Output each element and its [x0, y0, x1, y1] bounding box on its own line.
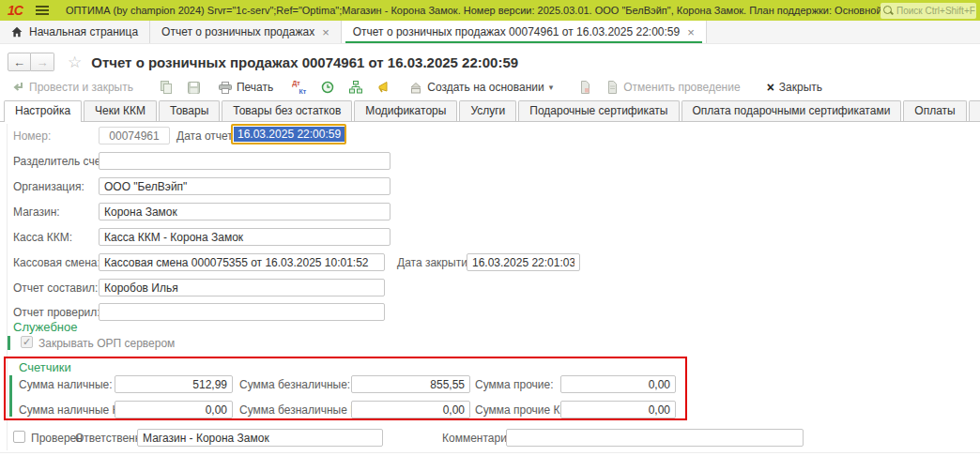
- organization-label: Организация:: [13, 180, 84, 193]
- form-body: Номер: Дата отчета: 16.03.2025 22:00:59 …: [0, 122, 980, 432]
- create-based-label: Создать на основании: [427, 81, 544, 94]
- chevron-down-icon: ▾: [549, 83, 554, 92]
- tab-marking-codes[interactable]: Коды маркировки: [969, 100, 980, 121]
- horn-icon: [377, 81, 390, 94]
- tab-label: Отчет о розничных продажах: [161, 25, 314, 38]
- tab-label: Отчет о розничных продажах 00074961 от 1…: [353, 25, 680, 38]
- other-sum-label: Сумма прочие:: [475, 378, 554, 391]
- report-checker-label: Отчет проверил:: [13, 306, 100, 319]
- save-button[interactable]: [188, 82, 200, 94]
- global-search[interactable]: [880, 3, 976, 19]
- cancel-posting-icon: [606, 81, 619, 94]
- kkm-cash-register-field[interactable]: [99, 228, 390, 246]
- close-x-icon: ×: [767, 80, 774, 95]
- number-field[interactable]: [99, 127, 170, 144]
- copy-icon: [160, 81, 173, 94]
- close-button[interactable]: × Закрыть: [767, 80, 822, 95]
- close-orp-label: Закрывать ОРП сервером: [38, 337, 175, 350]
- topbar: 1С ОПТИМА (by champion 2024) Srvr="1c-se…: [0, 0, 980, 21]
- tab-home[interactable]: Начальная страница: [0, 21, 150, 43]
- kt-icon: Кт: [299, 88, 307, 95]
- tab-goods-no-stock[interactable]: Товары без остатков: [222, 100, 352, 121]
- application-window: 1С ОПТИМА (by champion 2024) Srvr="1c-se…: [0, 0, 980, 456]
- print-button[interactable]: Печать: [219, 81, 273, 94]
- copy-button[interactable]: [160, 81, 173, 94]
- printer-icon: [219, 82, 232, 94]
- nav-row: ← → ☆ Отчет о розничных продажах 0007496…: [0, 44, 980, 75]
- counters-section-title: Счетчики: [19, 360, 71, 374]
- closing-date-label: Дата закрытия:: [397, 256, 477, 269]
- notify-button[interactable]: [377, 81, 390, 94]
- report-checker-field[interactable]: [99, 303, 385, 321]
- favorite-star-icon[interactable]: ☆: [68, 53, 82, 72]
- tab-gift-certificates[interactable]: Подарочные сертификаты: [518, 100, 679, 121]
- forward-button[interactable]: →: [31, 53, 54, 71]
- form-tab-strip: Настройка Чеки ККМ Товары Товары без ост…: [0, 99, 980, 122]
- debit-credit-button[interactable]: Дт Кт: [292, 81, 306, 94]
- comment-field[interactable]: [506, 429, 804, 447]
- document-icon: [579, 81, 591, 94]
- create-based-icon: [409, 82, 422, 94]
- close-tab-icon[interactable]: ×: [687, 26, 695, 38]
- other-kkt-sum-field[interactable]: [560, 401, 676, 418]
- search-icon: [883, 6, 894, 16]
- cash-kkt-sum-field[interactable]: [115, 401, 233, 418]
- dt-icon: Дт: [292, 80, 299, 86]
- other-sum-field[interactable]: [560, 375, 676, 393]
- tab-payments[interactable]: Оплаты: [903, 100, 966, 121]
- cancel-posting-button[interactable]: Отменить проведение: [606, 81, 740, 94]
- tab-gift-certificate-payment[interactable]: Оплата подарочными сертификатами: [681, 100, 902, 121]
- organization-field[interactable]: [99, 177, 390, 195]
- page-title: Отчет о розничных продажах 00074961 от 1…: [91, 54, 518, 70]
- tab-kkm-receipts[interactable]: Чеки ККМ: [84, 100, 157, 121]
- home-icon: [11, 26, 23, 38]
- responsible-field[interactable]: [137, 429, 383, 447]
- close-orp-checkbox[interactable]: ✓: [21, 336, 33, 348]
- tab-modifiers[interactable]: Модификаторы: [354, 100, 457, 121]
- clock-icon: [321, 81, 334, 94]
- close-tab-icon[interactable]: ×: [322, 26, 329, 38]
- history-button[interactable]: [321, 81, 334, 94]
- app-title: ОПТИМА (by champion 2024) Srvr="1c-serv"…: [66, 5, 880, 16]
- counters-group-bar: [9, 375, 12, 417]
- store-field[interactable]: [99, 203, 390, 220]
- cashless-kkt-sum-field[interactable]: [351, 401, 470, 418]
- tab-retail-sales-list[interactable]: Отчет о розничных продажах ×: [150, 21, 342, 43]
- toolbar: Провести и закрыть Печать Дт Кт: [0, 75, 980, 99]
- main-menu-icon[interactable]: [36, 6, 49, 15]
- forward-icon: →: [37, 55, 49, 69]
- closing-date-field[interactable]: [467, 253, 580, 271]
- service-section-title: Служебное: [13, 320, 78, 334]
- number-label: Номер:: [13, 129, 51, 143]
- cash-sum-label: Сумма наличные:: [19, 378, 113, 391]
- form-bottom-separator: [0, 452, 980, 453]
- document-action-button[interactable]: [579, 81, 591, 94]
- back-icon: ←: [13, 55, 25, 69]
- tab-goods[interactable]: Товары: [159, 100, 220, 121]
- 1c-logo: 1С: [8, 3, 23, 18]
- search-input[interactable]: [896, 6, 975, 16]
- cashless-sum-field[interactable]: [351, 375, 470, 393]
- account-separator-field[interactable]: [99, 152, 390, 170]
- close-label: Закрыть: [779, 81, 822, 94]
- cash-shift-label: Кассовая смена:: [13, 256, 100, 269]
- kkm-cash-register-label: Касса ККМ:: [13, 231, 72, 244]
- report-date-field[interactable]: 16.03.2025 22:00:59: [231, 124, 346, 144]
- tab-settings[interactable]: Настройка: [4, 100, 82, 122]
- report-author-field[interactable]: [99, 279, 385, 296]
- cash-shift-field[interactable]: [99, 253, 385, 271]
- post-and-close-label: Провести и закрыть: [29, 81, 133, 94]
- check-icon: ✓: [23, 336, 31, 347]
- tab-retail-sales-document[interactable]: Отчет о розничных продажах 00074961 от 1…: [342, 21, 707, 43]
- tab-services[interactable]: Услуги: [459, 100, 516, 121]
- store-label: Магазин:: [13, 205, 60, 219]
- structure-button[interactable]: [349, 81, 362, 94]
- report-date-selected-text: 16.03.2025 22:00:59: [234, 127, 345, 142]
- verified-checkbox[interactable]: [13, 431, 25, 443]
- cash-sum-field[interactable]: [115, 375, 233, 393]
- save-icon: [188, 82, 200, 94]
- back-button[interactable]: ←: [8, 53, 31, 71]
- create-based-on-button[interactable]: Создать на основании ▾: [409, 81, 553, 94]
- cancel-posting-label: Отменить проведение: [623, 81, 740, 94]
- post-and-close-button[interactable]: Провести и закрыть: [11, 81, 133, 94]
